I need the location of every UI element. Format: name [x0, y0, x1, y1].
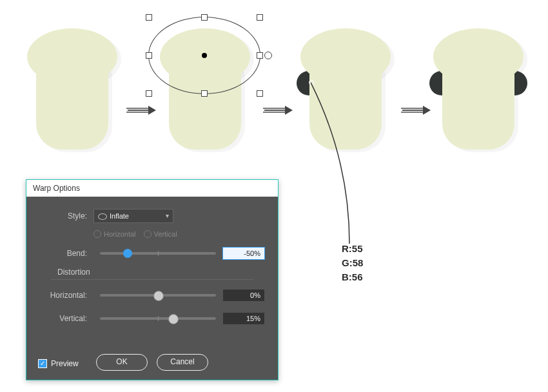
selection-handle[interactable] — [146, 52, 152, 59]
selection-handle[interactable] — [257, 90, 263, 97]
illustration-panda-4 — [433, 22, 524, 151]
bend-label: Bend: — [39, 249, 93, 258]
orientation-horizontal-radio[interactable]: Horizontal — [93, 230, 136, 238]
ok-button[interactable]: OK — [96, 354, 148, 371]
horizontal-distortion-input[interactable]: 0% — [222, 289, 265, 302]
selection-rotation-handle[interactable] — [264, 52, 272, 59]
rgb-b: B:56 — [342, 270, 363, 284]
bend-input[interactable]: -50% — [222, 247, 265, 260]
selection-handle[interactable] — [201, 14, 208, 21]
rgb-g: G:58 — [342, 256, 363, 270]
orientation-vertical-radio[interactable]: Vertical — [144, 230, 177, 238]
selection-handle[interactable] — [146, 90, 152, 97]
style-label: Style: — [39, 211, 93, 220]
selection-handle[interactable] — [146, 14, 152, 21]
style-select[interactable]: Inflate — [93, 209, 173, 223]
selection-handle[interactable] — [257, 52, 263, 59]
vertical-distortion-slider[interactable] — [100, 317, 216, 320]
selection-handle[interactable] — [257, 14, 263, 21]
cancel-button[interactable]: Cancel — [157, 354, 208, 371]
vertical-distortion-label: Vertical: — [39, 314, 93, 323]
selection-center-handle[interactable] — [202, 53, 207, 58]
warp-options-dialog: Warp Options Style: Inflate Horizontal V… — [26, 179, 279, 380]
arrow-icon — [264, 110, 286, 111]
bend-slider[interactable] — [100, 252, 216, 255]
divider — [51, 279, 253, 280]
illustration-panda-3 — [300, 22, 391, 151]
selection-handle[interactable] — [201, 90, 208, 97]
distortion-section-label: Distortion — [57, 268, 265, 277]
horizontal-distortion-label: Horizontal: — [39, 291, 93, 300]
rgb-r: R:55 — [342, 242, 363, 256]
vertical-distortion-input[interactable]: 15% — [222, 312, 265, 325]
arrow-icon — [402, 110, 424, 111]
color-sample-point — [309, 80, 314, 85]
dialog-title: Warp Options — [26, 180, 278, 197]
horizontal-distortion-slider[interactable] — [100, 294, 216, 297]
selection-bounding-ellipse[interactable] — [148, 17, 260, 94]
rgb-readout: R:55 G:58 B:56 — [342, 242, 363, 284]
illustration-panda-1 — [27, 22, 117, 151]
arrow-icon — [128, 110, 150, 111]
